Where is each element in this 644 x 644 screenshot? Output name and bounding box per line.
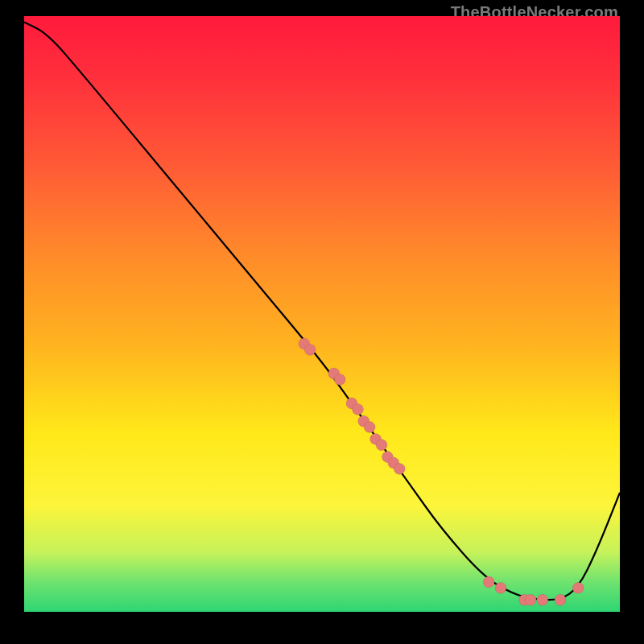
dots-layer bbox=[24, 16, 620, 612]
highlight-dot bbox=[376, 440, 387, 451]
highlight-dot bbox=[495, 582, 506, 593]
highlight-dot bbox=[334, 374, 345, 385]
highlight-dot bbox=[483, 576, 494, 588]
highlight-dot bbox=[572, 582, 584, 593]
highlight-dot bbox=[394, 463, 405, 474]
highlight-dot bbox=[364, 422, 375, 433]
highlight-dot bbox=[525, 594, 536, 605]
highlight-dot bbox=[304, 344, 316, 355]
highlight-dot bbox=[537, 594, 548, 605]
plot-area bbox=[24, 16, 620, 612]
highlight-dots bbox=[299, 338, 584, 605]
chart-container: TheBottleNecker.com bbox=[0, 0, 644, 644]
highlight-dot bbox=[555, 594, 566, 605]
highlight-dot bbox=[352, 403, 363, 415]
